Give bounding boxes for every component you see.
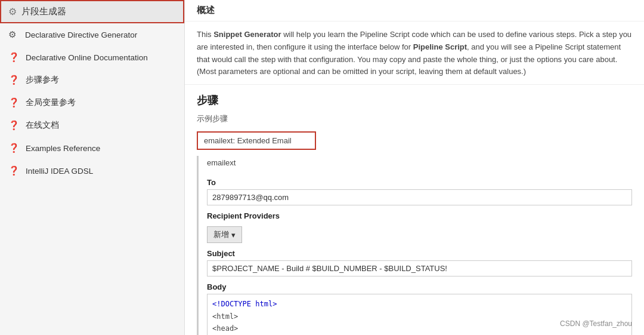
gear-icon: ⚙ [8, 6, 17, 17]
code-line-3: <head> [212, 324, 238, 333]
form-block: emailext To Recipient Providers 新增 ▾ Sub… [185, 156, 644, 335]
help-icon-1: ❓ [8, 52, 20, 63]
main-title: 概述 [185, 0, 644, 21]
to-input[interactable] [207, 189, 632, 205]
emailext-label: emailext [207, 156, 632, 172]
subject-input[interactable] [207, 260, 632, 276]
sidebar-label-online-doc: 在线文档 [26, 120, 59, 131]
main-content: 概述 This Snippet Generator will help you … [185, 0, 644, 335]
sidebar-item-examples-reference[interactable]: ❓ Examples Reference [0, 137, 184, 159]
body-label: Body [207, 282, 632, 291]
sidebar-label-intellij-gdsl: IntelliJ IDEA GDSL [26, 167, 93, 176]
sidebar-label-examples-reference: Examples Reference [26, 144, 100, 153]
help-icon-2: ❓ [8, 75, 20, 85]
to-label: To [207, 178, 632, 187]
sidebar-item-declarative-online-doc[interactable]: ❓ Declarative Online Documentation [0, 46, 184, 69]
watermark: CSDN @Testfan_zhou [560, 319, 632, 328]
help-icon-3: ❓ [8, 97, 20, 108]
recipient-providers-label: Recipient Providers [207, 211, 632, 220]
sidebar-label-declarative-directive: Declarative Directive Generator [25, 30, 137, 39]
desc-bold-2: Pipeline Script [413, 42, 467, 51]
sidebar: ⚙ 片段生成器 ⚙ Declarative Directive Generato… [0, 0, 185, 335]
help-icon-5: ❓ [8, 143, 20, 153]
desc-bold-1: Snippet Generator [213, 30, 281, 39]
desc-text-1: This [197, 30, 213, 39]
sidebar-item-online-doc[interactable]: ❓ 在线文档 [0, 114, 184, 137]
help-icon-6: ❓ [8, 165, 20, 176]
main-description: This Snippet Generator will help you lea… [185, 21, 644, 85]
gear-icon-small: ⚙ [8, 29, 19, 40]
help-icon-4: ❓ [8, 120, 20, 131]
code-line-1: <!DOCTYPE html> [212, 300, 277, 308]
add-recipient-button[interactable]: 新增 ▾ [207, 226, 242, 243]
body-code-block: <!DOCTYPE html> <html> <head> <meta char… [207, 294, 632, 335]
sidebar-active-label: 片段生成器 [21, 6, 66, 17]
sidebar-item-declarative-directive[interactable]: ⚙ Declarative Directive Generator [0, 23, 184, 46]
dropdown-arrow-icon: ▾ [231, 230, 236, 239]
sidebar-label-global-var: 全局变量参考 [26, 97, 76, 108]
sidebar-label-declarative-online-doc: Declarative Online Documentation [26, 53, 148, 62]
sidebar-item-step-reference[interactable]: ❓ 步骤参考 [0, 69, 184, 91]
sidebar-label-step-reference: 步骤参考 [26, 75, 59, 85]
step-search-input[interactable] [197, 131, 316, 150]
add-btn-label: 新增 [213, 229, 229, 240]
steps-heading: 步骤 [185, 85, 644, 111]
sample-step-label: 示例步骤 [185, 111, 644, 128]
code-line-2: <html> [212, 312, 238, 321]
sidebar-item-global-var[interactable]: ❓ 全局变量参考 [0, 91, 184, 114]
subject-label: Subject [207, 249, 632, 258]
form-inner: emailext To Recipient Providers 新增 ▾ Sub… [197, 156, 632, 335]
sidebar-item-snippet-generator[interactable]: ⚙ 片段生成器 [0, 0, 184, 23]
sidebar-item-intellij-gdsl[interactable]: ❓ IntelliJ IDEA GDSL [0, 159, 184, 182]
